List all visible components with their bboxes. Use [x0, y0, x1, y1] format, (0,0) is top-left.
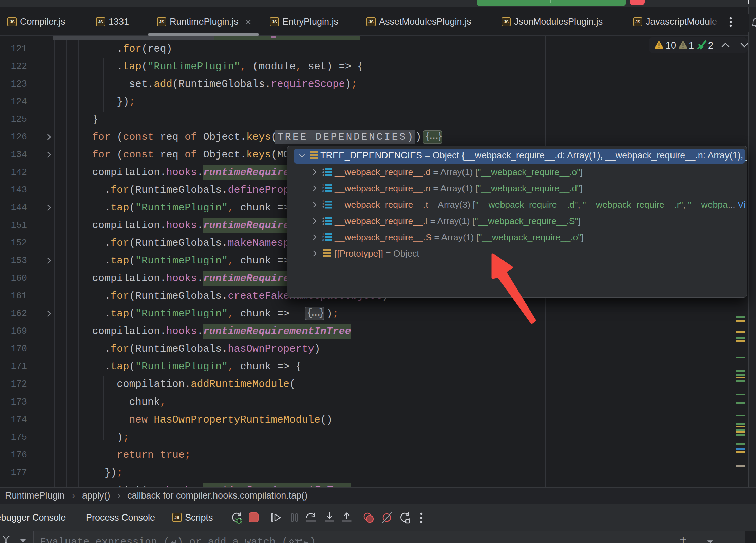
svg-text:3: 3	[322, 189, 324, 193]
svg-text:3: 3	[322, 222, 324, 225]
svg-text:3: 3	[322, 173, 324, 176]
svg-text:3: 3	[322, 206, 324, 209]
svg-text:3: 3	[322, 238, 324, 242]
